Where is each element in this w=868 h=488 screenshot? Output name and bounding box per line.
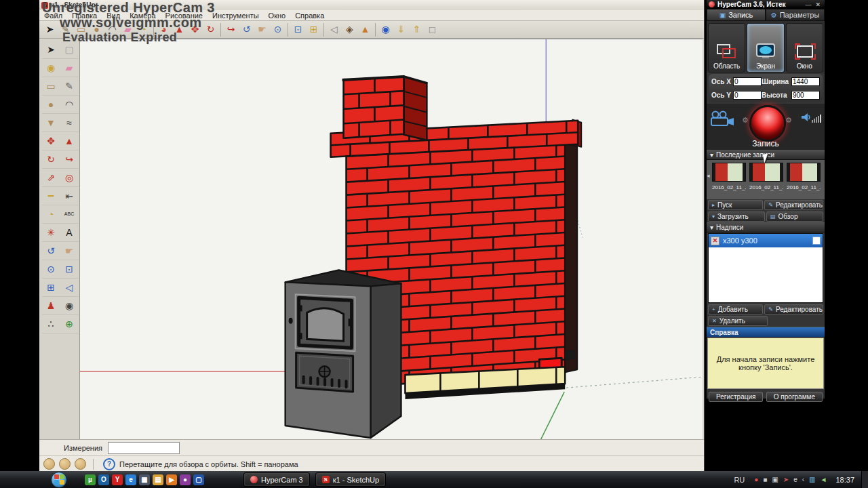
- zoom-window-tool-icon[interactable]: ⊡: [60, 260, 79, 279]
- follow-me-tool-icon[interactable]: ↪: [60, 150, 79, 169]
- tray-stop-icon[interactable]: ■: [763, 476, 767, 483]
- help-header[interactable]: Справка: [707, 327, 825, 338]
- zoom-window-tool-icon[interactable]: ⊡: [290, 22, 306, 37]
- orbit-tool-icon[interactable]: ↺: [239, 22, 254, 37]
- polygon-tool-icon[interactable]: ▼: [42, 114, 60, 132]
- axis-x-input[interactable]: [733, 77, 762, 86]
- move-tool-icon[interactable]: ✥: [42, 132, 60, 150]
- share-model-icon[interactable]: ⇑: [409, 22, 425, 37]
- dimension-tool-icon[interactable]: ⇤: [60, 187, 79, 205]
- axes-tool-icon[interactable]: ✳: [42, 224, 60, 242]
- width-input[interactable]: [791, 77, 820, 86]
- rotate-tool-icon[interactable]: ↻: [42, 150, 60, 169]
- language-indicator[interactable]: RU: [734, 476, 745, 484]
- tray-record-icon[interactable]: ●: [754, 476, 758, 483]
- utorrent-icon[interactable]: µ: [85, 474, 96, 485]
- height-input[interactable]: [791, 91, 820, 100]
- rotate-tool-icon[interactable]: ↻: [203, 22, 218, 37]
- thumb-prev-icon[interactable]: ◂: [707, 172, 710, 179]
- select-tool-icon[interactable]: ➤: [42, 22, 58, 37]
- tray-e-icon[interactable]: e: [793, 476, 797, 483]
- follow-me-tool-icon[interactable]: ↪: [223, 22, 239, 37]
- menu-item-7[interactable]: Справка: [290, 12, 329, 20]
- media-player-icon[interactable]: ▶: [166, 474, 177, 485]
- credits-icon[interactable]: [59, 458, 71, 470]
- scale-tool-icon[interactable]: ⇗: [42, 169, 60, 187]
- play-button[interactable]: ▸ Пуск: [708, 200, 763, 210]
- recording-thumbnail[interactable]: 2016_02_11_...: [787, 163, 821, 190]
- previous-view-tool-icon[interactable]: ◁: [60, 279, 79, 297]
- push-pull-tool-icon[interactable]: ▲: [60, 132, 79, 150]
- app-icon[interactable]: ●: [180, 474, 191, 485]
- google-earth-tool-icon[interactable]: ◉: [378, 22, 393, 37]
- tray-folder-icon[interactable]: ▣: [772, 476, 778, 483]
- ie-icon[interactable]: e: [125, 474, 136, 485]
- hypercam-titlebar[interactable]: HyperCam 3.6, Истек — ✕: [707, 0, 825, 9]
- component-icon[interactable]: ◻: [425, 22, 440, 37]
- section-plane-tool-icon[interactable]: ⊕: [60, 315, 79, 333]
- close-button[interactable]: ✕: [813, 1, 823, 8]
- zoom-tool-icon[interactable]: ⊙: [42, 260, 60, 279]
- clock[interactable]: 18:37: [835, 476, 854, 484]
- tape-measure-tool-icon[interactable]: ━: [42, 187, 60, 205]
- add-note-button[interactable]: + Добавить: [708, 304, 763, 314]
- tray-pointer-icon[interactable]: ➤: [783, 476, 789, 483]
- look-around-tool-icon[interactable]: ◉: [60, 297, 79, 315]
- paint-bucket-tool-icon[interactable]: ◉: [42, 59, 60, 77]
- camera-icon[interactable]: [709, 110, 736, 128]
- tray-collapse-icon[interactable]: ‹: [802, 476, 804, 483]
- network-icon[interactable]: ▥: [809, 476, 815, 483]
- volume-meter[interactable]: [800, 112, 821, 123]
- capture-screen-button[interactable]: Экран: [747, 23, 784, 73]
- claim-model-icon[interactable]: [75, 458, 86, 470]
- calculator-icon[interactable]: ▦: [139, 474, 150, 485]
- minimize-button[interactable]: —: [803, 1, 813, 8]
- yandex-icon[interactable]: Y: [112, 474, 123, 485]
- zoom-extents-tool-icon[interactable]: ⊞: [306, 22, 321, 37]
- add-location-tool-icon[interactable]: ◈: [342, 22, 357, 37]
- measurements-input[interactable]: [108, 442, 180, 454]
- note-checkbox[interactable]: [812, 237, 821, 245]
- register-button[interactable]: Регистрация: [709, 392, 763, 402]
- walk-tool-icon[interactable]: ∴: [42, 315, 60, 333]
- pan-tool-icon[interactable]: ☛: [254, 22, 270, 37]
- menu-item-6[interactable]: Окно: [264, 12, 291, 20]
- taskbar-app-hypercam[interactable]: HyperCam 3: [243, 472, 310, 487]
- select-tool-icon[interactable]: ➤: [42, 41, 60, 59]
- folder-icon[interactable]: ▤: [153, 474, 163, 485]
- tab-record[interactable]: ▣ Запись: [707, 9, 766, 21]
- position-camera-tool-icon[interactable]: ♟: [42, 297, 60, 315]
- edit-note-button[interactable]: ✎ Редактировать: [764, 304, 823, 314]
- line-tool-icon[interactable]: ✎: [60, 77, 79, 96]
- arc-tool-icon[interactable]: ◠: [60, 96, 79, 114]
- browse-button[interactable]: ▤ Обзор: [766, 211, 823, 222]
- record-button[interactable]: [749, 105, 786, 142]
- volume-icon[interactable]: ◄: [821, 476, 827, 483]
- circle-tool-icon[interactable]: ●: [42, 96, 60, 114]
- freehand-tool-icon[interactable]: ≈: [60, 114, 79, 132]
- capture-window-button[interactable]: Окно: [786, 23, 823, 73]
- taskbar-app-sketchup[interactable]: S к1 - SketchUp: [315, 472, 386, 487]
- notes-header[interactable]: ▾ Надписи: [707, 222, 825, 232]
- upload-button[interactable]: ▾ Загрузить: [708, 211, 765, 222]
- toggle-terrain-tool-icon[interactable]: ▲: [357, 22, 373, 37]
- notes-listbox[interactable]: ✕ x300 y300: [708, 233, 823, 303]
- protractor-tool-icon[interactable]: ◔: [42, 205, 60, 224]
- tab-options[interactable]: ⚙ Параметры: [766, 9, 825, 21]
- recording-thumbnail[interactable]: 2016_02_11_...: [712, 163, 746, 190]
- display-icon[interactable]: ▢: [193, 474, 204, 485]
- geolocation-icon[interactable]: [43, 458, 55, 470]
- text-tool-icon[interactable]: ABC: [60, 205, 79, 224]
- pan-tool-icon[interactable]: ☛: [60, 242, 79, 260]
- sketchup-viewport[interactable]: [80, 39, 703, 439]
- orbit-tool-icon[interactable]: ↺: [42, 242, 60, 260]
- 3d-text-tool-icon[interactable]: A: [60, 224, 79, 242]
- offset-tool-icon[interactable]: ◎: [60, 169, 79, 187]
- edit-recording-button[interactable]: ✎ Редактировать: [764, 200, 823, 210]
- capture-region-button[interactable]: Область: [708, 23, 745, 73]
- show-desktop-button[interactable]: [861, 471, 868, 488]
- rectangle-tool-icon[interactable]: ▭: [42, 77, 60, 96]
- axis-y-input[interactable]: [733, 91, 762, 100]
- about-button[interactable]: О программе: [766, 392, 823, 402]
- delete-note-button[interactable]: ✕ Удалить: [708, 316, 768, 326]
